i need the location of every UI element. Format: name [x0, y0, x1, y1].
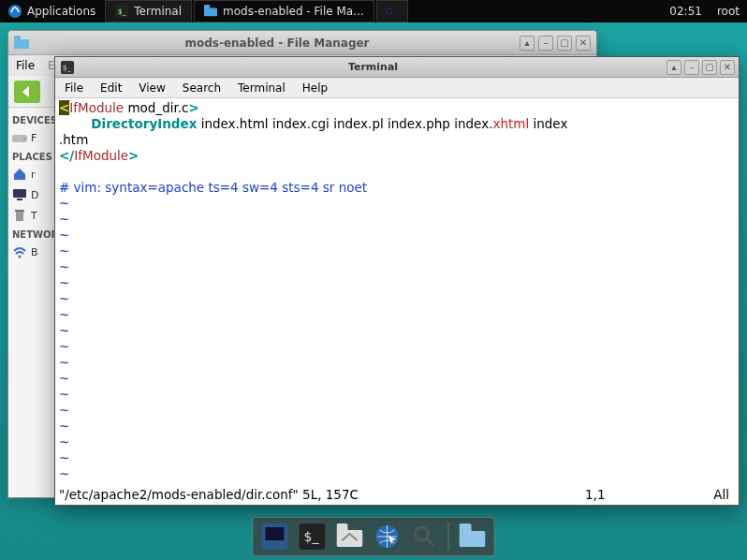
- sidebar-item-desktop[interactable]: D: [8, 184, 56, 205]
- terminal-icon: $_: [115, 5, 128, 18]
- terminal-titlebar[interactable]: $_ Terminal ▴ – ▢ ✕: [55, 57, 739, 78]
- desktop-icon: [12, 187, 27, 202]
- applications-menu[interactable]: Applications: [0, 0, 103, 22]
- svg-point-15: [19, 256, 22, 258]
- vim-closetag: </: [59, 148, 74, 163]
- dock-show-desktop[interactable]: [259, 521, 291, 553]
- vim-tilde: ~: [59, 212, 69, 227]
- term-menu-file[interactable]: File: [65, 81, 83, 95]
- vim-tilde: ~: [59, 291, 69, 306]
- dock-search[interactable]: [409, 521, 441, 553]
- sidebar-item-label: r: [31, 169, 36, 181]
- panel-clock[interactable]: 02:51: [662, 5, 710, 18]
- dock-terminal[interactable]: $_: [297, 521, 329, 553]
- show-desktop-icon: [262, 523, 288, 550]
- minimize-button[interactable]: –: [538, 36, 553, 51]
- fm-menu-file[interactable]: File: [16, 59, 35, 72]
- sidebar-item-label: F: [31, 132, 37, 144]
- vim-tilde: ~: [59, 387, 69, 402]
- trash-icon: [12, 208, 27, 223]
- terminal-icon: $_: [61, 61, 74, 74]
- svg-text:$_: $_: [118, 7, 126, 16]
- sidebar-item-label: T: [31, 210, 37, 222]
- panel-user[interactable]: root: [710, 5, 747, 18]
- dock-web[interactable]: [372, 521, 403, 553]
- svg-rect-11: [13, 189, 26, 198]
- sidebar-section-devices: DEVICES: [8, 111, 56, 127]
- home-icon: [12, 167, 27, 182]
- minimize-button[interactable]: –: [684, 60, 699, 75]
- vim-tag: IfModule: [69, 100, 124, 115]
- applications-label: Applications: [27, 5, 95, 18]
- vim-text: index: [529, 116, 567, 131]
- shade-button[interactable]: ▴: [666, 60, 681, 75]
- vim-gt: >: [189, 100, 199, 115]
- web-icon: [374, 523, 401, 550]
- folder-icon: [14, 36, 29, 51]
- back-button[interactable]: [14, 81, 40, 103]
- maximize-button[interactable]: ▢: [557, 36, 572, 51]
- svg-text:$_: $_: [63, 63, 71, 71]
- terminal-body[interactable]: <IfModule mod_dir.c> DirectoryIndex inde…: [55, 98, 739, 505]
- sidebar-item-browse-network[interactable]: B: [8, 242, 56, 262]
- maximize-button[interactable]: ▢: [702, 60, 717, 75]
- vim-status-file: "/etc/apache2/mods-enabled/dir.conf" 5L,…: [59, 487, 359, 503]
- vim-tilde: ~: [59, 275, 69, 290]
- sidebar-item-home[interactable]: r: [8, 164, 56, 184]
- file-manager-titlebar[interactable]: mods-enabled - File Manager ▴ – ▢ ✕: [8, 31, 596, 55]
- vim-tilde: ~: [59, 323, 69, 338]
- svg-rect-12: [17, 199, 22, 200]
- dock-files[interactable]: [334, 521, 366, 553]
- svg-text:$_: $_: [304, 529, 320, 544]
- vim-tilde: ~: [59, 450, 69, 465]
- term-menu-edit[interactable]: Edit: [100, 81, 122, 95]
- term-menu-search[interactable]: Search: [183, 81, 221, 95]
- search-icon: [412, 523, 438, 550]
- vim-text: index.html index.cgi index.pl index.php …: [197, 116, 492, 131]
- vim-tilde: ~: [59, 419, 69, 434]
- folder-icon: [460, 523, 486, 550]
- dock: $_: [253, 517, 495, 556]
- term-menu-view[interactable]: View: [139, 81, 165, 95]
- close-button[interactable]: ✕: [720, 60, 735, 75]
- close-button[interactable]: ✕: [576, 36, 591, 51]
- svg-rect-8: [14, 36, 21, 40]
- terminal-menubar: File Edit View Search Terminal Help: [55, 78, 739, 98]
- sidebar-item-label: B: [31, 246, 38, 258]
- term-menu-help[interactable]: Help: [302, 81, 328, 95]
- vim-tilde: ~: [59, 243, 69, 258]
- svg-line-26: [427, 538, 434, 546]
- shade-button[interactable]: ▴: [520, 36, 535, 51]
- taskbar-item-terminal-2[interactable]: [376, 0, 408, 22]
- sidebar-item-trash[interactable]: T: [8, 205, 56, 226]
- svg-rect-14: [15, 210, 24, 212]
- svg-rect-7: [14, 39, 29, 49]
- sidebar-section-network: NETWORK: [8, 226, 56, 242]
- vim-cursor: <: [59, 100, 69, 115]
- taskbar-item-terminal[interactable]: $_ Terminal: [105, 0, 192, 22]
- vim-indent: [59, 116, 91, 131]
- taskbar-item-filemanager[interactable]: mods-enabled - File Ma...: [194, 0, 374, 22]
- dock-folder[interactable]: [457, 521, 489, 553]
- vim-tilde: ~: [59, 403, 69, 418]
- vim-text: .htm: [59, 132, 88, 147]
- svg-rect-3: [204, 8, 217, 17]
- vim-status-line: "/etc/apache2/mods-enabled/dir.conf" 5L,…: [59, 487, 735, 503]
- taskbar-item-label: Terminal: [134, 5, 182, 18]
- vim-text: mod_dir.c: [124, 100, 188, 115]
- vim-tilde: ~: [59, 355, 69, 370]
- arrow-left-icon: [20, 84, 35, 99]
- svg-point-25: [416, 527, 429, 540]
- vim-tilde: ~: [59, 228, 69, 243]
- terminal-title: Terminal: [80, 61, 666, 73]
- top-panel: Applications $_ Terminal mods-enabled - …: [0, 0, 747, 22]
- svg-rect-13: [16, 212, 23, 221]
- vim-status-position: 1,1: [585, 487, 697, 503]
- term-menu-terminal[interactable]: Terminal: [238, 81, 286, 95]
- dock-separator: [448, 523, 449, 551]
- svg-rect-23: [337, 523, 348, 532]
- xfce-logo-icon: [7, 4, 22, 19]
- disk-icon: [12, 130, 27, 145]
- sidebar-item-filesystem[interactable]: F: [8, 127, 56, 148]
- vim-tilde: ~: [59, 339, 69, 354]
